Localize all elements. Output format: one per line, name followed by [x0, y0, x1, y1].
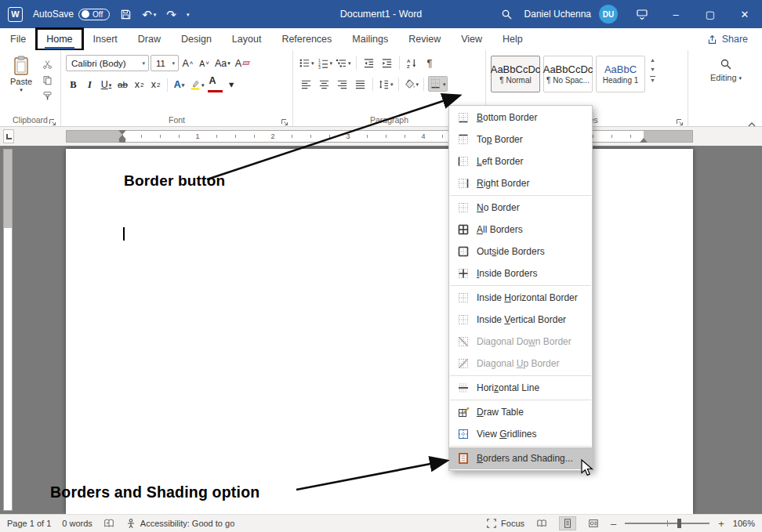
tab-references[interactable]: References	[271, 28, 342, 50]
font-name-combo[interactable]: Calibri (Body) ▾	[66, 55, 149, 71]
ribbon-display-options-button[interactable]	[626, 0, 659, 28]
subscript-button[interactable]: x2	[132, 77, 147, 92]
bold-button[interactable]: B	[66, 77, 81, 92]
menu-item-inside-horizontal-border[interactable]: Inside Horizontal Border	[449, 287, 592, 309]
numbering-button[interactable]: ▾	[317, 55, 334, 71]
menu-item-inside-borders[interactable]: Inside Borders	[449, 262, 592, 284]
paste-dropdown-icon[interactable]: ▾	[20, 87, 23, 92]
customize-quick-access-button[interactable]: ▾	[187, 12, 190, 17]
zoom-out-button[interactable]: –	[611, 519, 616, 529]
undo-dropdown-icon[interactable]: ▾	[154, 12, 157, 17]
left-indent-marker[interactable]	[119, 139, 125, 143]
web-layout-button[interactable]	[585, 516, 602, 530]
tab-draw[interactable]: Draw	[128, 28, 171, 50]
menu-item-right-border[interactable]: Right Border	[449, 172, 592, 194]
italic-button[interactable]: I	[82, 77, 97, 92]
align-left-button[interactable]	[298, 76, 314, 92]
print-layout-button[interactable]	[559, 516, 576, 530]
proofing-check-button[interactable]	[103, 518, 114, 529]
menu-item-top-border[interactable]: Top Border	[449, 128, 592, 150]
underline-button[interactable]: U▾	[99, 77, 114, 92]
align-center-button[interactable]	[316, 76, 332, 92]
accessibility-checker[interactable]: Accessibility: Good to go	[125, 518, 234, 529]
menu-item-borders-and-shading[interactable]: Borders and Shading...	[449, 447, 592, 469]
vertical-ruler[interactable]	[3, 149, 13, 511]
sort-button[interactable]	[404, 55, 420, 71]
menu-item-view-gridlines[interactable]: View Gridlines	[449, 423, 592, 445]
shading-button[interactable]: ▾	[403, 76, 420, 92]
style-heading-1[interactable]: AaBbC Heading 1	[596, 56, 645, 92]
chevron-down-icon[interactable]: ▾	[142, 60, 145, 66]
paste-button[interactable]: Paste ▾	[5, 55, 38, 112]
maximize-button[interactable]: ▢	[693, 0, 728, 28]
menu-item-bottom-border[interactable]: Bottom Border	[449, 107, 592, 128]
menu-item-inside-vertical-border[interactable]: Inside Vertical Border	[449, 309, 592, 331]
increase-indent-button[interactable]	[379, 55, 395, 71]
superscript-button[interactable]: x2	[148, 77, 163, 92]
tab-layout[interactable]: Layout	[222, 28, 272, 50]
tab-insert[interactable]: Insert	[83, 28, 128, 50]
grow-font-button[interactable]: A˄	[180, 56, 195, 71]
menu-item-draw-table[interactable]: Draw Table	[449, 401, 592, 423]
font-color-button[interactable]: A	[208, 77, 223, 92]
zoom-slider[interactable]	[625, 523, 709, 524]
styles-more-button[interactable]: ▼	[650, 76, 655, 83]
menu-item-horizontal-line[interactable]: Horizontal Line	[449, 377, 592, 399]
align-right-button[interactable]	[334, 76, 350, 92]
clipboard-dialog-launcher[interactable]	[49, 115, 57, 124]
horizontal-ruler[interactable]: 1 2 3 4 5 6	[66, 130, 693, 143]
undo-button[interactable]: ↶▾	[142, 9, 156, 20]
read-mode-button[interactable]	[533, 516, 550, 530]
right-indent-marker[interactable]	[640, 138, 648, 143]
text-effects-button[interactable]: A▾	[172, 77, 187, 92]
zoom-slider-thumb[interactable]	[677, 519, 681, 528]
show-hide-marks-button[interactable]: ¶	[422, 55, 438, 71]
copy-button[interactable]	[40, 74, 54, 86]
focus-mode-button[interactable]: Focus	[486, 518, 524, 529]
menu-item-all-borders[interactable]: All Borders	[449, 219, 592, 241]
menu-item-no-border[interactable]: No Border	[449, 197, 592, 219]
styles-dialog-launcher[interactable]	[676, 115, 684, 124]
styles-scroll-down-button[interactable]: ▼	[650, 67, 655, 72]
cut-button[interactable]	[40, 59, 54, 71]
menu-item-outside-borders[interactable]: Outside Borders	[449, 241, 592, 262]
collapse-ribbon-button[interactable]	[747, 117, 757, 123]
decrease-indent-button[interactable]	[361, 55, 377, 71]
tab-home[interactable]: Home	[36, 28, 82, 50]
redo-button[interactable]: ↷	[166, 9, 176, 20]
editing-button[interactable]: Editing ▾	[710, 73, 742, 82]
word-count[interactable]: 0 words	[62, 519, 93, 528]
autosave-pill[interactable]: Off	[78, 9, 110, 20]
font-size-combo[interactable]: 11 ▾	[151, 55, 179, 71]
styles-scroll-up-button[interactable]: ▲	[650, 57, 655, 63]
justify-button[interactable]	[352, 76, 368, 92]
tab-mailings[interactable]: Mailings	[342, 28, 398, 50]
tab-file[interactable]: File	[0, 28, 36, 50]
change-case-button[interactable]: Aa▾	[213, 56, 232, 71]
autosave-toggle[interactable]: AutoSave Off	[33, 9, 110, 20]
multilevel-list-button[interactable]: ▾	[335, 55, 352, 71]
minimize-button[interactable]: –	[659, 0, 693, 28]
save-button[interactable]	[120, 9, 132, 20]
font-color-dropdown-icon[interactable]: ▾	[224, 77, 239, 92]
shrink-font-button[interactable]: A˅	[197, 56, 212, 71]
avatar[interactable]: DU	[599, 5, 618, 24]
bullets-button[interactable]: ▾	[298, 55, 315, 71]
style-no-spacing[interactable]: AaBbCcDc ¶ No Spac...	[543, 56, 593, 92]
search-icon[interactable]	[491, 0, 523, 28]
tab-view[interactable]: View	[451, 28, 492, 50]
page-count[interactable]: Page 1 of 1	[7, 519, 51, 528]
format-painter-button[interactable]	[40, 90, 54, 102]
line-spacing-button[interactable]: ▾	[377, 76, 394, 92]
text-highlight-button[interactable]: ▾	[188, 77, 206, 92]
zoom-in-button[interactable]: +	[718, 519, 724, 529]
share-button[interactable]: Share	[693, 28, 762, 50]
clear-formatting-button[interactable]: A	[234, 56, 251, 71]
tab-design[interactable]: Design	[171, 28, 222, 50]
close-button[interactable]: ✕	[728, 0, 762, 28]
tab-stop-selector[interactable]	[3, 129, 14, 143]
zoom-level[interactable]: 106%	[733, 519, 755, 528]
tab-help[interactable]: Help	[492, 28, 533, 50]
chevron-down-icon[interactable]: ▾	[172, 60, 175, 66]
tab-review[interactable]: Review	[398, 28, 451, 50]
